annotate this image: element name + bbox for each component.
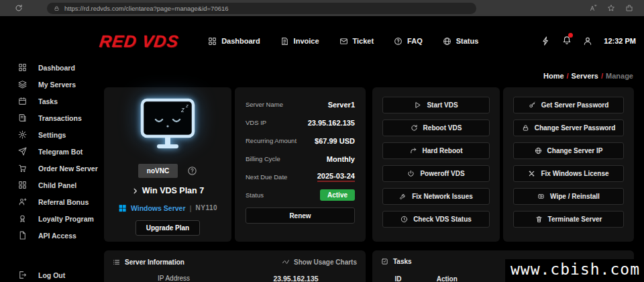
globe-icon xyxy=(535,147,542,154)
referral-person-icon xyxy=(18,197,27,206)
button-label: Hard Reboot xyxy=(423,147,463,154)
breadcrumb: Home/Servers/Manage xyxy=(543,72,633,80)
sidebar-item-my-servers[interactable]: My Servers xyxy=(0,76,101,93)
change-server-password-button[interactable]: Change Server Password xyxy=(513,120,624,136)
upgrade-plan-button[interactable]: Upgrade Plan xyxy=(136,220,200,236)
breadcrumb-servers[interactable]: Servers xyxy=(572,72,598,80)
sidebar-item-tasks[interactable]: Tasks xyxy=(0,93,101,109)
app-header: RED VDS Dashboard Invoice Ticket FAQ Sta… xyxy=(99,27,636,55)
grid-icon xyxy=(208,37,217,46)
detail-label: Next Due Date xyxy=(246,173,287,181)
sidebar-item-label: Order New Server xyxy=(38,164,98,173)
wipe-reinstall-button[interactable]: Wipe / Reinstall xyxy=(513,188,624,205)
redvds-logo[interactable]: RED VDS xyxy=(98,32,180,51)
reload-icon[interactable] xyxy=(15,4,23,12)
reboot-vds-button[interactable]: Reboot VDS xyxy=(382,120,490,136)
server-location: NY110 xyxy=(196,204,218,211)
hard-reboot-button[interactable]: Hard Reboot xyxy=(382,142,490,159)
address-bar[interactable]: https://rd.redvds.com/clientarea?page=ma… xyxy=(47,3,476,14)
poweroff-vds-button[interactable]: Poweroff VDS xyxy=(382,165,490,182)
svg-text:z: z xyxy=(185,103,189,109)
sidebar-item-referral-bonus[interactable]: Referral Bonus xyxy=(0,193,101,210)
fix-windows-license-button[interactable]: Fix Windows License xyxy=(513,165,624,182)
renew-button[interactable]: Renew xyxy=(246,207,355,224)
file-icon xyxy=(18,231,27,240)
sidebar-item-dashboard[interactable]: Dashboard xyxy=(0,59,101,76)
nav-ticket[interactable]: Ticket xyxy=(339,37,374,46)
detail-label: Server Name xyxy=(246,101,283,108)
nav-dashboard[interactable]: Dashboard xyxy=(208,37,260,46)
lock-icon xyxy=(522,124,529,132)
sidebar-item-settings[interactable]: Settings xyxy=(0,126,101,143)
show-usage-charts-link[interactable]: Show Usage Charts xyxy=(282,258,357,266)
nav-status[interactable]: Status xyxy=(443,37,479,46)
nav-faq[interactable]: FAQ xyxy=(394,37,423,46)
grid-icon xyxy=(18,63,27,72)
sidebar-item-transactions[interactable]: Transactions xyxy=(0,109,101,126)
notification-badge xyxy=(568,33,573,38)
novnc-button[interactable]: noVNC xyxy=(138,164,178,178)
sidebar-item-label: Telegram Bot xyxy=(38,148,83,156)
sidebar-item-telegram-bot[interactable]: Telegram Bot xyxy=(0,143,101,160)
trash-icon xyxy=(535,216,543,223)
button-label: Check VDS Status xyxy=(413,216,472,223)
plan-name-toggle[interactable]: Win VDS Plan 7 xyxy=(131,186,204,195)
sidebar-item-order-new-server[interactable]: Order New Server xyxy=(0,160,101,177)
os-name: Windows Server xyxy=(131,204,186,212)
chevron-right-icon xyxy=(131,187,139,195)
crossed-tools-icon xyxy=(528,170,535,177)
invoice-icon xyxy=(280,37,289,46)
usage-link-label: Show Usage Charts xyxy=(294,258,357,266)
translate-icon[interactable] xyxy=(589,4,597,12)
check-vds-status-button[interactable]: Check VDS Status xyxy=(382,211,490,228)
nav-label: Invoice xyxy=(294,37,319,45)
paper-plane-icon xyxy=(18,147,27,156)
medal-icon xyxy=(18,214,27,223)
main-nav: Dashboard Invoice Ticket FAQ Status xyxy=(208,37,478,46)
bookmark-icon[interactable] xyxy=(607,4,615,12)
refresh-icon xyxy=(411,124,418,132)
layers-icon xyxy=(18,80,27,89)
sidebar-item-label: Tasks xyxy=(38,97,58,105)
user-icon[interactable] xyxy=(583,36,592,46)
breadcrumb-home[interactable]: Home xyxy=(543,72,564,80)
breadcrumb-separator: / xyxy=(567,72,569,80)
get-server-password-button[interactable]: Get Server Password xyxy=(513,97,624,113)
power-actions-card: Start VDS Reboot VDS Hard Reboot Powerof… xyxy=(372,87,500,242)
detail-row: VDS IP 23.95.162.135 xyxy=(246,117,355,128)
help-icon[interactable] xyxy=(187,166,197,176)
button-label: Reboot VDS xyxy=(423,124,462,132)
server-information-card: Server Information Show Usage Charts IP … xyxy=(104,250,366,282)
sidebar-item-label: Log Out xyxy=(38,271,65,279)
fix-network-issues-button[interactable]: Fix Network Issues xyxy=(382,188,490,205)
extensions-icon[interactable] xyxy=(625,4,633,12)
sidebar-item-loyalty-program[interactable]: Loyalty Program xyxy=(0,210,101,227)
sidebar-item-label: API Access xyxy=(38,232,76,240)
sidebar-item-label: Referral Bonus xyxy=(38,198,89,206)
sidebar: Dashboard My Servers Tasks Transactions … xyxy=(0,59,101,282)
change-server-ip-button[interactable]: Change Server IP xyxy=(513,142,624,159)
sidebar-item-child-panel[interactable]: Child Panel xyxy=(0,177,101,193)
drive-icon xyxy=(537,193,545,200)
breadcrumb-current: Manage xyxy=(606,72,633,80)
sidebar-item-api-access[interactable]: API Access xyxy=(0,227,101,244)
terminate-server-button[interactable]: Terminate Server xyxy=(513,211,624,228)
notifications-button[interactable] xyxy=(562,35,572,47)
ip-address-label: IP Address xyxy=(113,275,235,282)
ledger-icon xyxy=(18,113,27,122)
tasks-title: Tasks xyxy=(393,258,412,265)
nav-label: Status xyxy=(456,37,479,45)
next-due-date-value[interactable]: 2025-03-24 xyxy=(317,172,355,182)
tasks-icon xyxy=(381,258,388,265)
url-text[interactable]: https://rd.redvds.com/clientarea?page=ma… xyxy=(64,5,229,12)
detail-label: Recurring Amount xyxy=(246,137,297,144)
sleeping-monitor-icon: z z xyxy=(133,96,203,158)
button-label: Wipe / Reinstall xyxy=(550,193,600,200)
detail-row: Recurring Amount $67.99 USD xyxy=(246,135,355,146)
sidebar-item-logout[interactable]: Log Out xyxy=(0,267,101,282)
panel-grid-icon xyxy=(18,181,27,189)
bolt-icon[interactable] xyxy=(541,36,551,46)
nav-invoice[interactable]: Invoice xyxy=(280,37,319,46)
nav-label: FAQ xyxy=(407,37,423,45)
start-vds-button[interactable]: Start VDS xyxy=(382,97,490,113)
